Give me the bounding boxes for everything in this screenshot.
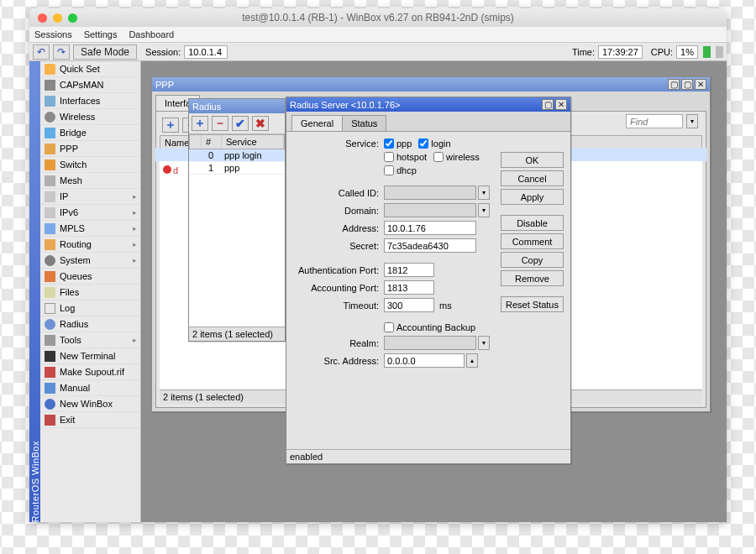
domain-dropdown[interactable]: ▾ [478,203,490,217]
nav-item-mesh[interactable]: Mesh [40,173,140,189]
add-button[interactable]: ＋ [162,118,179,133]
nav-item-tools[interactable]: Tools [40,332,140,348]
secret-field[interactable] [384,238,476,253]
menu-settings[interactable]: Settings [84,29,118,39]
nav-label: Exit [60,415,75,425]
close-button[interactable]: ✕ [695,79,706,90]
auth-port-label: Authentication Port: [291,265,384,275]
find-input[interactable] [626,114,683,128]
radius-list-header[interactable]: Radius [189,99,285,113]
src-address-field[interactable] [384,353,465,368]
service-ppp[interactable]: ppp [384,138,412,149]
nav-icon [45,112,55,123]
zoom-icon[interactable] [68,13,77,23]
nav-icon [45,255,55,266]
maximize-button[interactable]: ▢ [681,79,693,90]
nav-item-mpls[interactable]: MPLS [40,221,140,237]
disable-button[interactable]: Disable [501,215,564,231]
realm-label: Realm: [291,338,384,348]
nav-item-radius[interactable]: Radius [40,316,140,332]
col-num[interactable]: # [202,135,222,149]
ok-button[interactable]: OK [501,152,564,168]
comment-button[interactable]: Comment [501,233,564,249]
ppp-window-header[interactable]: PPP ▢ ▢ ✕ [152,77,710,91]
called-id-field[interactable] [384,186,476,200]
nav-item-capsman[interactable]: CAPsMAN [40,77,140,93]
radius-list-window: Radius ＋ － ✔ ✖ # Service 0ppp login1ppp … [188,98,286,342]
nav-label: Quick Set [60,64,100,74]
nav-item-routing[interactable]: Routing [40,237,140,253]
safe-mode-button[interactable]: Safe Mode [73,44,137,60]
src-address-up[interactable]: ▴ [466,353,478,368]
close-icon[interactable] [38,13,47,23]
add-button[interactable]: ＋ [192,116,208,131]
service-hotspot[interactable]: hotspot [384,152,427,162]
close-button[interactable]: ✕ [555,99,567,110]
radius-list-title: Radius [192,102,281,112]
minimize-button[interactable]: ▢ [668,79,680,90]
redo-button[interactable]: ↷ [53,44,70,60]
nav-label: MPLS [60,223,85,233]
titlebar[interactable]: test@10.0.1.4 (RB-1) - WinBox v6.27 on R… [29,8,727,27]
enable-button[interactable]: ✔ [232,116,249,131]
tab-status[interactable]: Status [342,115,386,131]
address-field[interactable] [384,221,476,235]
nav-item-exit[interactable]: Exit [40,412,140,428]
nav-label: Switch [60,159,87,170]
service-wireless[interactable]: wireless [433,152,480,162]
radius-server-header[interactable]: Radius Server <10.0.1.76> ▢ ✕ [286,97,570,112]
nav-item-queues[interactable]: Queues [40,269,140,285]
nav-item-interfaces[interactable]: Interfaces [40,93,140,109]
nav-item-make-supout-rif[interactable]: Make Supout.rif [40,364,140,380]
service-label: Service: [291,138,384,149]
nav-label: Interfaces [60,96,100,106]
nav-item-files[interactable]: Files [40,285,140,301]
called-id-dropdown[interactable]: ▾ [478,186,490,200]
minimize-button[interactable]: ▢ [542,99,554,110]
timeout-unit: ms [439,301,452,311]
reset-status-button[interactable]: Reset Status [501,296,564,312]
auth-port-field[interactable] [384,263,434,277]
col-service[interactable]: Service [222,135,284,149]
nav-item-new-terminal[interactable]: New Terminal [40,348,140,364]
nav-item-manual[interactable]: Manual [40,380,140,396]
realm-dropdown[interactable]: ▾ [478,336,490,350]
cancel-button[interactable]: Cancel [501,170,564,186]
nav-label: Tools [60,335,81,345]
menu-sessions[interactable]: Sessions [34,29,72,39]
nav-item-system[interactable]: System [40,253,140,269]
disable-button[interactable]: ✖ [252,116,269,131]
nav-item-bridge[interactable]: Bridge [40,125,140,141]
find-dropdown[interactable]: ▾ [686,114,698,128]
nav-item-ip[interactable]: IP [40,189,140,205]
nav-item-switch[interactable]: Switch [40,157,140,173]
radius-row[interactable]: 0ppp login [189,149,285,162]
remove-button[interactable]: － [212,116,228,131]
remove-button[interactable]: Remove [501,270,564,286]
undo-button[interactable]: ↶ [33,44,50,60]
nav-icon [45,223,55,234]
toolbar: ↶ ↷ Safe Mode Session: 10.0.1.4 Time: 17… [29,43,727,61]
service-login[interactable]: login [418,138,450,149]
radius-server-tabs: General Status [286,112,570,131]
domain-field[interactable] [384,203,476,217]
nav-icon [45,96,55,107]
nav-item-ipv6[interactable]: IPv6 [40,205,140,221]
copy-button[interactable]: Copy [501,252,564,268]
timeout-field[interactable] [384,298,434,312]
nav-item-wireless[interactable]: Wireless [40,109,140,125]
nav-item-quick-set[interactable]: Quick Set [40,61,140,77]
acct-port-field[interactable] [384,280,434,295]
nav-item-log[interactable]: Log [40,301,140,316]
acct-backup-checkbox[interactable]: Accounting Backup [384,322,475,332]
nav-item-new-winbox[interactable]: New WinBox [40,396,140,412]
service-dhcp[interactable]: dhcp [384,165,417,175]
apply-button[interactable]: Apply [501,189,564,205]
realm-field[interactable] [384,336,476,350]
radius-row[interactable]: 1ppp [189,162,285,175]
nav-label: Mesh [60,175,82,186]
tab-general[interactable]: General [291,115,343,131]
nav-item-ppp[interactable]: PPP [40,141,140,157]
menu-dashboard[interactable]: Dashboard [129,29,174,39]
minimize-icon[interactable] [53,13,62,23]
